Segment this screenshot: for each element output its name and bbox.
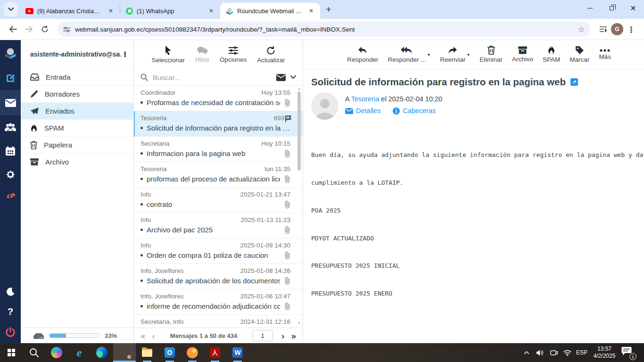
delete-button[interactable]: Eliminar <box>479 46 503 63</box>
folder-options-button[interactable]: ••• <box>121 51 129 57</box>
nav-contacts-button[interactable] <box>0 115 21 139</box>
message-row[interactable]: Info, Joseflores2025-01-06 10:47 informe… <box>134 289 303 315</box>
folder-archivo[interactable]: Archivo <box>21 153 133 170</box>
taskbar-search-button[interactable] <box>23 343 45 362</box>
word-icon: W <box>232 347 243 358</box>
search-scope-mail-icon[interactable] <box>276 74 286 81</box>
spam-button[interactable]: SPAM <box>543 46 560 63</box>
dark-mode-button[interactable] <box>0 282 21 302</box>
folder-panel: asistente-administrativo@sa… ••• Entrada… <box>21 40 133 343</box>
message-row[interactable]: Info2025-01-21 13:47 contrato <box>134 188 303 213</box>
refresh-button[interactable] <box>37 21 53 37</box>
forward-button[interactable] <box>21 21 37 37</box>
tray-expand-button[interactable] <box>521 351 532 354</box>
copilot-button[interactable] <box>45 343 68 362</box>
folder-borradores[interactable]: Borradores <box>21 85 133 102</box>
recipient-link[interactable]: Tesoreria <box>351 95 380 103</box>
message-header: A Tesoreria el 2025-02-04 10:20 Detalles… <box>311 92 644 120</box>
language-indicator[interactable]: ESP <box>576 349 587 356</box>
open-in-new-window-icon[interactable]: ↗ <box>570 78 578 86</box>
flag-icon[interactable] <box>285 115 292 123</box>
folder-entrada[interactable]: Entrada <box>21 68 133 85</box>
close-icon[interactable]: ✕ <box>207 7 215 15</box>
nav-settings-button[interactable] <box>0 163 21 186</box>
message-row[interactable]: Info2025-01-13 11:23 Archivo del pac 202… <box>134 213 303 239</box>
internet-explorer-button[interactable]: e <box>68 343 91 362</box>
scroll-thumb[interactable] <box>297 91 301 171</box>
compose-button[interactable] <box>0 66 21 90</box>
folder-papelera[interactable]: Papelera <box>21 136 133 153</box>
forward-dropdown-icon[interactable]: ▼ <box>466 53 470 57</box>
edge-button[interactable] <box>91 343 113 362</box>
reply-all-button[interactable]: Responder ... <box>388 46 426 63</box>
start-button[interactable] <box>0 343 23 362</box>
firefox-button[interactable] <box>181 343 204 362</box>
message-row[interactable]: SecretariaHoy 10:15 Informacion para la … <box>134 137 303 162</box>
side-panel-button[interactable] <box>595 21 611 37</box>
profile-avatar[interactable]: G <box>611 23 623 35</box>
message-row-selected[interactable]: Tesoreria693 B Solicitud de información … <box>134 111 303 137</box>
tab-search-button[interactable] <box>4 2 18 16</box>
url-bar[interactable]: webmail.sanjuan.gob.ec/cpsess5010882347/… <box>58 22 590 37</box>
search-options-chevron-icon[interactable] <box>290 75 296 79</box>
tab-whatsapp[interactable]: (1) WhatsApp ✕ <box>120 3 220 19</box>
message-row[interactable]: CoordinadorHoy 13:55 Proformas de necesi… <box>134 86 303 111</box>
wifi-button[interactable] <box>562 350 573 356</box>
last-page-button[interactable]: » <box>291 331 296 340</box>
forward-button[interactable]: Reenviar <box>440 46 465 63</box>
restore-button[interactable] <box>601 0 622 16</box>
scroll-up-icon[interactable]: ▲ <box>297 87 302 91</box>
meet-now-button[interactable] <box>549 350 559 356</box>
close-icon[interactable]: ✕ <box>307 7 315 15</box>
page-input[interactable] <box>252 330 273 341</box>
threads-button[interactable]: Hilos <box>195 46 209 63</box>
file-explorer-button[interactable] <box>136 343 158 362</box>
acrobat-button[interactable]: 人 <box>204 343 226 362</box>
tab-youtube[interactable]: (9) Alabanzas Cristianas 2025 🙏 ✕ <box>20 3 120 19</box>
folder-enviados[interactable]: Enviados <box>21 102 133 119</box>
outlook-button[interactable]: O <box>158 343 181 362</box>
scroll-down-icon[interactable]: ▼ <box>297 321 302 325</box>
nav-mail-button[interactable] <box>0 90 21 115</box>
word-button[interactable]: W <box>226 343 249 362</box>
prev-page-button[interactable]: ‹ <box>152 331 155 340</box>
cpanel-link[interactable]: cP <box>0 186 21 205</box>
reply-all-dropdown-icon[interactable]: ▼ <box>427 53 430 57</box>
chrome-button[interactable]: G <box>113 343 136 362</box>
clock[interactable]: 13:57 4/2/2025 <box>591 346 618 360</box>
reply-button[interactable]: Responder <box>347 46 378 63</box>
tab-roundcube[interactable]: Roundcube Webmail :: Enviados ✕ <box>220 3 320 19</box>
help-button[interactable]: ? <box>0 302 21 321</box>
browser-menu-button[interactable]: ••• <box>623 21 639 37</box>
select-button[interactable]: Seleccionar <box>152 46 185 64</box>
mark-button[interactable]: Marcar <box>570 46 589 63</box>
close-window-button[interactable]: ✕ <box>622 0 644 16</box>
close-icon[interactable]: ✕ <box>107 7 115 15</box>
sender: Secretaria, Info <box>140 318 184 325</box>
list-toolbar: Seleccionar Hilos Opciones Actualizar <box>134 40 303 69</box>
nav-calendar-button[interactable] <box>0 139 21 163</box>
archive-button[interactable]: Archivo <box>512 46 533 63</box>
new-tab-button[interactable]: + <box>320 4 337 15</box>
bookmark-star-icon[interactable]: ☆ <box>578 25 585 34</box>
search-input[interactable] <box>153 74 272 82</box>
details-toggle[interactable]: Detalles <box>345 107 380 115</box>
folder-spam[interactable]: SPAM <box>21 119 133 136</box>
message-row[interactable]: Secretaria, Info2024-12-31 12:16 <box>134 315 303 328</box>
message-row[interactable]: Info2025-01-09 14:30 Orden de compra 01 … <box>134 239 303 264</box>
date: 2025-01-21 13:47 <box>240 191 290 198</box>
logout-button[interactable] <box>0 321 21 343</box>
headers-toggle[interactable]: Cabeceras <box>393 107 436 115</box>
message-row[interactable]: Info, Joseflores2025-01-08 14:26 Solicit… <box>134 264 303 289</box>
next-page-button[interactable]: › <box>281 331 284 340</box>
list-scrollbar[interactable]: ▲ ▼ <box>297 87 302 325</box>
volume-button[interactable] <box>535 350 545 356</box>
back-button[interactable] <box>5 21 21 37</box>
first-page-button[interactable]: « <box>140 331 146 340</box>
message-row[interactable]: Tesorerialun 11:35 proformas del proceso… <box>134 162 303 188</box>
more-button[interactable]: Más <box>599 49 611 60</box>
notification-center-button[interactable]: 1 <box>621 346 636 359</box>
options-button[interactable]: Opciones <box>220 46 247 63</box>
refresh-list-button[interactable]: Actualizar <box>257 46 285 64</box>
minimize-button[interactable] <box>579 0 601 16</box>
